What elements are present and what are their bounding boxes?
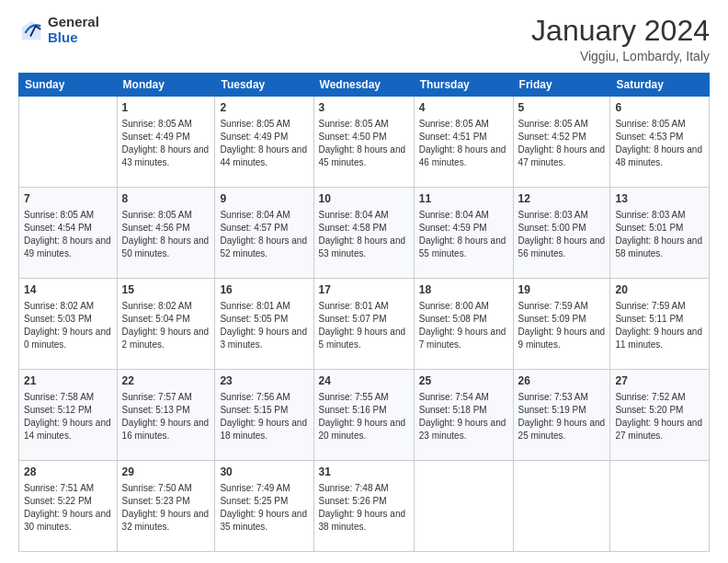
calendar-cell: 23Sunrise: 7:56 AMSunset: 5:15 PMDayligh… bbox=[215, 370, 313, 461]
week-row-1: 1Sunrise: 8:05 AMSunset: 4:49 PMDaylight… bbox=[19, 97, 710, 188]
cell-content: 25Sunrise: 7:54 AMSunset: 5:18 PMDayligh… bbox=[419, 373, 508, 442]
calendar-cell: 25Sunrise: 7:54 AMSunset: 5:18 PMDayligh… bbox=[414, 370, 513, 461]
sunset-text: Sunset: 5:12 PM bbox=[24, 404, 112, 417]
day-number: 18 bbox=[419, 282, 508, 298]
sunrise-text: Sunrise: 8:05 AM bbox=[518, 118, 606, 131]
cell-content: 1Sunrise: 8:05 AMSunset: 4:49 PMDaylight… bbox=[122, 100, 210, 169]
daylight-text: Daylight: 9 hours and 3 minutes. bbox=[220, 326, 308, 351]
sunrise-text: Sunrise: 8:02 AM bbox=[24, 300, 112, 313]
calendar-cell: 27Sunrise: 7:52 AMSunset: 5:20 PMDayligh… bbox=[610, 370, 710, 461]
calendar-cell: 7Sunrise: 8:05 AMSunset: 4:54 PMDaylight… bbox=[19, 188, 118, 279]
calendar-cell: 2Sunrise: 8:05 AMSunset: 4:49 PMDaylight… bbox=[215, 97, 313, 188]
day-number: 17 bbox=[319, 282, 409, 298]
sunset-text: Sunset: 5:26 PM bbox=[319, 495, 409, 508]
cell-content: 8Sunrise: 8:05 AMSunset: 4:56 PMDaylight… bbox=[122, 191, 210, 260]
daylight-text: Daylight: 8 hours and 46 minutes. bbox=[419, 144, 508, 169]
sunset-text: Sunset: 4:49 PM bbox=[122, 131, 210, 144]
calendar-cell: 3Sunrise: 8:05 AMSunset: 4:50 PMDaylight… bbox=[313, 97, 414, 188]
day-number: 25 bbox=[419, 373, 508, 389]
sunset-text: Sunset: 4:51 PM bbox=[419, 131, 508, 144]
sunset-text: Sunset: 4:54 PM bbox=[24, 222, 112, 235]
sunset-text: Sunset: 5:20 PM bbox=[615, 404, 704, 417]
cell-content: 4Sunrise: 8:05 AMSunset: 4:51 PMDaylight… bbox=[419, 100, 508, 169]
calendar-table: Sunday Monday Tuesday Wednesday Thursday… bbox=[18, 73, 710, 552]
sunrise-text: Sunrise: 8:01 AM bbox=[319, 300, 409, 313]
cell-content: 10Sunrise: 8:04 AMSunset: 4:58 PMDayligh… bbox=[319, 191, 409, 260]
logo: General Blue bbox=[18, 15, 99, 45]
sunrise-text: Sunrise: 7:56 AM bbox=[220, 391, 308, 404]
day-number: 7 bbox=[24, 191, 112, 207]
cell-content: 12Sunrise: 8:03 AMSunset: 5:00 PMDayligh… bbox=[518, 191, 606, 260]
sunset-text: Sunset: 5:03 PM bbox=[24, 313, 112, 326]
sunset-text: Sunset: 4:56 PM bbox=[122, 222, 210, 235]
cell-content: 28Sunrise: 7:51 AMSunset: 5:22 PMDayligh… bbox=[24, 465, 112, 534]
cell-content: 9Sunrise: 8:04 AMSunset: 4:57 PMDaylight… bbox=[220, 191, 308, 260]
sunrise-text: Sunrise: 7:51 AM bbox=[24, 482, 112, 495]
sunset-text: Sunset: 5:18 PM bbox=[419, 404, 508, 417]
cell-content: 21Sunrise: 7:58 AMSunset: 5:12 PMDayligh… bbox=[24, 373, 112, 442]
day-number: 10 bbox=[319, 191, 409, 207]
calendar-cell: 12Sunrise: 8:03 AMSunset: 5:00 PMDayligh… bbox=[513, 188, 610, 279]
sunset-text: Sunset: 4:50 PM bbox=[319, 131, 409, 144]
daylight-text: Daylight: 9 hours and 7 minutes. bbox=[419, 326, 508, 351]
week-row-2: 7Sunrise: 8:05 AMSunset: 4:54 PMDaylight… bbox=[19, 188, 710, 279]
sunset-text: Sunset: 5:08 PM bbox=[419, 313, 508, 326]
cell-content: 11Sunrise: 8:04 AMSunset: 4:59 PMDayligh… bbox=[419, 191, 508, 260]
cell-content: 3Sunrise: 8:05 AMSunset: 4:50 PMDaylight… bbox=[319, 100, 409, 169]
calendar-cell: 10Sunrise: 8:04 AMSunset: 4:58 PMDayligh… bbox=[313, 188, 414, 279]
calendar-cell: 21Sunrise: 7:58 AMSunset: 5:12 PMDayligh… bbox=[19, 370, 118, 461]
day-number: 29 bbox=[122, 465, 210, 480]
sunrise-text: Sunrise: 7:59 AM bbox=[518, 300, 606, 313]
day-number: 5 bbox=[518, 100, 606, 116]
logo-general-text: General bbox=[48, 15, 99, 30]
cell-content: 14Sunrise: 8:02 AMSunset: 5:03 PMDayligh… bbox=[24, 282, 112, 351]
calendar-cell: 30Sunrise: 7:49 AMSunset: 5:25 PMDayligh… bbox=[215, 461, 313, 552]
sunset-text: Sunset: 5:05 PM bbox=[220, 313, 308, 326]
sunrise-text: Sunrise: 7:49 AM bbox=[220, 482, 308, 495]
calendar-cell: 5Sunrise: 8:05 AMSunset: 4:52 PMDaylight… bbox=[513, 97, 610, 188]
sunrise-text: Sunrise: 7:58 AM bbox=[24, 391, 112, 404]
calendar-cell: 11Sunrise: 8:04 AMSunset: 4:59 PMDayligh… bbox=[414, 188, 513, 279]
cell-content: 29Sunrise: 7:50 AMSunset: 5:23 PMDayligh… bbox=[122, 465, 210, 534]
sunrise-text: Sunrise: 8:01 AM bbox=[220, 300, 308, 313]
calendar-cell: 28Sunrise: 7:51 AMSunset: 5:22 PMDayligh… bbox=[19, 461, 118, 552]
daylight-text: Daylight: 9 hours and 14 minutes. bbox=[24, 417, 112, 442]
sunset-text: Sunset: 4:58 PM bbox=[319, 222, 409, 235]
sunset-text: Sunset: 5:13 PM bbox=[122, 404, 210, 417]
sunrise-text: Sunrise: 7:48 AM bbox=[319, 482, 409, 495]
day-number: 8 bbox=[122, 191, 210, 207]
page: General Blue January 2024 Viggiu, Lombar… bbox=[0, 0, 728, 563]
sunrise-text: Sunrise: 8:05 AM bbox=[122, 118, 210, 131]
sunset-text: Sunset: 5:04 PM bbox=[122, 313, 210, 326]
daylight-text: Daylight: 9 hours and 0 minutes. bbox=[24, 326, 112, 351]
cell-content: 27Sunrise: 7:52 AMSunset: 5:20 PMDayligh… bbox=[615, 373, 704, 442]
day-number: 30 bbox=[220, 465, 308, 480]
svg-marker-0 bbox=[22, 20, 41, 40]
daylight-text: Daylight: 9 hours and 38 minutes. bbox=[319, 508, 409, 534]
daylight-text: Daylight: 9 hours and 11 minutes. bbox=[615, 326, 704, 351]
sunset-text: Sunset: 4:49 PM bbox=[220, 131, 308, 144]
daylight-text: Daylight: 8 hours and 50 minutes. bbox=[122, 235, 210, 260]
daylight-text: Daylight: 9 hours and 25 minutes. bbox=[518, 417, 606, 442]
daylight-text: Daylight: 9 hours and 30 minutes. bbox=[24, 508, 112, 534]
cell-content: 31Sunrise: 7:48 AMSunset: 5:26 PMDayligh… bbox=[319, 465, 409, 534]
day-number: 6 bbox=[615, 100, 704, 116]
calendar-cell bbox=[19, 97, 118, 188]
daylight-text: Daylight: 9 hours and 20 minutes. bbox=[319, 417, 409, 442]
day-number: 27 bbox=[615, 373, 704, 389]
day-number: 15 bbox=[122, 282, 210, 298]
sunrise-text: Sunrise: 8:05 AM bbox=[24, 209, 112, 222]
sunrise-text: Sunrise: 8:02 AM bbox=[122, 300, 210, 313]
day-number: 4 bbox=[419, 100, 508, 116]
calendar-cell: 14Sunrise: 8:02 AMSunset: 5:03 PMDayligh… bbox=[19, 279, 118, 370]
week-row-3: 14Sunrise: 8:02 AMSunset: 5:03 PMDayligh… bbox=[19, 279, 710, 370]
cell-content: 26Sunrise: 7:53 AMSunset: 5:19 PMDayligh… bbox=[518, 373, 606, 442]
cell-content: 23Sunrise: 7:56 AMSunset: 5:15 PMDayligh… bbox=[220, 373, 308, 442]
daylight-text: Daylight: 8 hours and 52 minutes. bbox=[220, 235, 308, 260]
col-wednesday: Wednesday bbox=[313, 74, 414, 97]
calendar-cell: 15Sunrise: 8:02 AMSunset: 5:04 PMDayligh… bbox=[117, 279, 215, 370]
sunrise-text: Sunrise: 7:55 AM bbox=[319, 391, 409, 404]
day-number: 14 bbox=[24, 282, 112, 298]
sunset-text: Sunset: 4:59 PM bbox=[419, 222, 508, 235]
calendar-cell: 4Sunrise: 8:05 AMSunset: 4:51 PMDaylight… bbox=[414, 97, 513, 188]
